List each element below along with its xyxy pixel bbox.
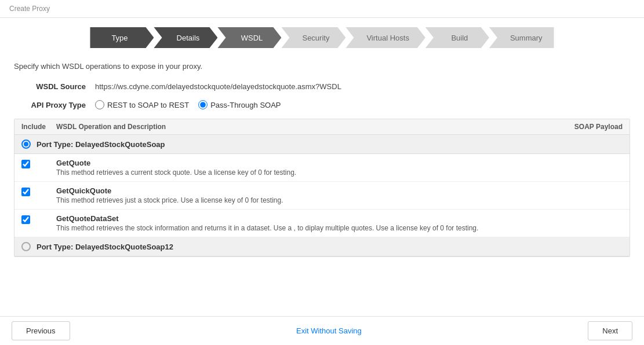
step-type-label: Type (90, 27, 154, 48)
step-security-label: Security (281, 27, 345, 48)
radio-pass-through-input[interactable] (198, 100, 208, 109)
step-build-label: Build (425, 27, 489, 48)
port-type-1-label: Port Type: DelayedStockQuoteSoap (37, 140, 165, 149)
op3-checkbox-cell (21, 214, 56, 226)
page-header: Create Proxy (0, 0, 644, 18)
op1-checkbox[interactable] (21, 160, 30, 168)
port-type-2-label: Port Type: DelayedStockQuoteSoap12 (37, 243, 173, 251)
step-wsdl[interactable]: WSDL (217, 27, 281, 48)
radio-rest-to-soap-label: REST to SOAP to REST (107, 101, 189, 109)
op2-details: GetQuickQuote This method retrieves just… (56, 186, 623, 204)
op3-name: GetQuoteDataSet (56, 214, 623, 223)
step-build[interactable]: Build (425, 27, 489, 48)
api-proxy-type-label: API Proxy Type (14, 101, 95, 109)
step-virtual-hosts[interactable]: Virtual Hosts (345, 27, 425, 48)
op2-desc: This method retrieves just a stock price… (56, 196, 623, 204)
step-security[interactable]: Security (281, 27, 345, 48)
radio-group: REST to SOAP to REST Pass-Through SOAP (95, 100, 281, 109)
operation-row-2: GetQuickQuote This method retrieves just… (14, 182, 630, 210)
step-summary-label: Summary (489, 27, 554, 48)
op1-details: GetQuote This method retrieves a current… (56, 159, 623, 177)
step-type[interactable]: Type (90, 27, 154, 48)
exit-button[interactable]: Exit Without Saving (296, 326, 362, 335)
step-virtual-hosts-label: Virtual Hosts (345, 27, 425, 48)
op1-name: GetQuote (56, 159, 623, 167)
op2-checkbox[interactable] (21, 188, 30, 196)
col-operation-header: WSDL Operation and Description (56, 123, 559, 131)
op1-checkbox-cell (21, 159, 56, 170)
operations-table: Include WSDL Operation and Description S… (14, 119, 630, 257)
radio-pass-through[interactable]: Pass-Through SOAP (198, 100, 281, 109)
step-summary[interactable]: Summary (489, 27, 554, 48)
col-include-header: Include (21, 123, 56, 131)
op2-checkbox-cell (21, 186, 56, 198)
table-wrapper: Include WSDL Operation and Description S… (14, 119, 630, 257)
port-type-1-radio[interactable] (21, 140, 31, 149)
previous-button[interactable]: Previous (12, 321, 70, 340)
radio-rest-to-soap-input[interactable] (95, 100, 104, 109)
wsdl-source-row: WSDL Source https://ws.cdyne.com/delayed… (14, 82, 630, 91)
description: Specify which WSDL operations to expose … (14, 62, 630, 71)
page-title: Create Proxy (9, 5, 50, 13)
op3-details: GetQuoteDataSet This method retrieves th… (56, 214, 623, 232)
operation-row-1: GetQuote This method retrieves a current… (14, 154, 630, 182)
table-header: Include WSDL Operation and Description S… (14, 119, 630, 135)
wsdl-source-label: WSDL Source (14, 82, 95, 91)
wsdl-source-value: https://ws.cdyne.com/delayedstockquote/d… (95, 82, 341, 91)
footer: Previous Exit Without Saving Next (0, 316, 644, 345)
step-wsdl-label: WSDL (217, 27, 281, 48)
step-details-label: Details (154, 27, 217, 48)
op1-desc: This method retrieves a current stock qu… (56, 168, 623, 177)
wizard-steps: Type Details WSDL Security Virtual Hosts… (0, 18, 644, 55)
port-type-2-radio[interactable] (21, 242, 31, 251)
col-payload-header: SOAP Payload (559, 123, 623, 131)
api-proxy-type-row: API Proxy Type REST to SOAP to REST Pass… (14, 100, 630, 109)
step-details[interactable]: Details (154, 27, 217, 48)
port-type-row-2[interactable]: Port Type: DelayedStockQuoteSoap12 (14, 237, 630, 256)
op3-desc: This method retrieves the stock informat… (56, 224, 623, 232)
radio-rest-to-soap[interactable]: REST to SOAP to REST (95, 100, 189, 109)
next-button[interactable]: Next (588, 321, 632, 340)
radio-pass-through-label: Pass-Through SOAP (210, 101, 281, 109)
port-type-row-1[interactable]: Port Type: DelayedStockQuoteSoap (14, 135, 630, 154)
operation-row-3: GetQuoteDataSet This method retrieves th… (14, 210, 630, 237)
op2-name: GetQuickQuote (56, 186, 623, 195)
content-area: Specify which WSDL operations to expose … (0, 55, 644, 257)
op3-checkbox[interactable] (21, 215, 30, 224)
